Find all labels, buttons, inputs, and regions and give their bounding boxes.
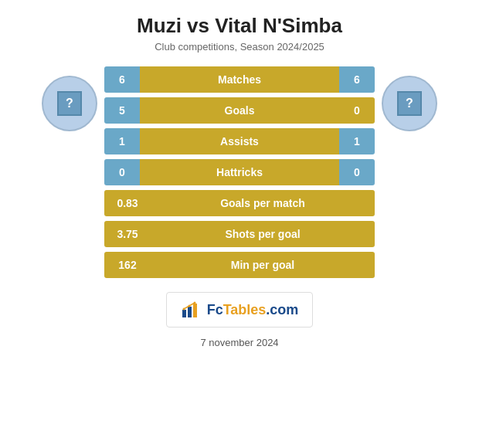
logo-text: FcTables.com xyxy=(207,302,299,318)
svg-point-5 xyxy=(193,302,195,304)
stat-left-matches: 6 xyxy=(104,66,140,93)
stat-row-goals: 5 Goals 0 xyxy=(104,97,375,124)
stat-right-matches: 6 xyxy=(339,66,375,93)
stat-label-assists: Assists xyxy=(140,128,339,154)
stat-val-min-per-goal: 162 xyxy=(104,252,151,278)
stats-column: 6 Matches 6 5 Goals 0 1 Assists 1 0 Hatt… xyxy=(104,66,375,278)
stat-left-goals: 5 xyxy=(104,97,140,124)
svg-point-3 xyxy=(182,308,185,311)
stat-right-assists: 1 xyxy=(339,128,375,154)
stat-row-goals-per-match: 0.83 Goals per match xyxy=(104,190,375,216)
svg-rect-0 xyxy=(182,310,186,317)
stat-label-min-per-goal: Min per goal xyxy=(151,252,375,278)
left-avatar-placeholder: ? xyxy=(57,91,82,116)
page-subtitle: Club competitions, Season 2024/2025 xyxy=(155,41,324,53)
page-container: Muzi vs Vital N'Simba Club competitions,… xyxy=(0,0,479,448)
stat-row-hattricks: 0 Hattricks 0 xyxy=(104,159,375,185)
right-avatar-placeholder: ? xyxy=(397,91,422,116)
logo-icon xyxy=(181,299,202,321)
stat-row-min-per-goal: 162 Min per goal xyxy=(104,252,375,278)
stat-val-goals-per-match: 0.83 xyxy=(104,190,151,216)
stat-right-goals: 0 xyxy=(339,97,375,124)
left-player-col: ? xyxy=(35,66,104,131)
stat-label-goals: Goals xyxy=(140,97,339,124)
stat-row-matches: 6 Matches 6 xyxy=(104,66,375,93)
stat-label-hattricks: Hattricks xyxy=(140,159,339,185)
stat-label-goals-per-match: Goals per match xyxy=(151,190,375,216)
stat-val-shots-per-goal: 3.75 xyxy=(104,221,151,247)
svg-rect-2 xyxy=(193,304,197,317)
stat-label-matches: Matches xyxy=(140,66,339,93)
right-player-col: ? xyxy=(375,66,444,131)
logo-area: FcTables.com xyxy=(166,292,314,328)
svg-point-4 xyxy=(188,305,190,307)
logo-box: FcTables.com xyxy=(166,292,314,328)
comparison-area: ? 6 Matches 6 5 Goals 0 1 Assists 1 xyxy=(8,66,471,278)
date-text: 7 november 2024 xyxy=(200,337,278,348)
svg-rect-1 xyxy=(188,307,192,317)
stat-label-shots-per-goal: Shots per goal xyxy=(151,221,375,247)
stat-row-shots-per-goal: 3.75 Shots per goal xyxy=(104,221,375,247)
left-avatar: ? xyxy=(42,76,97,131)
stat-left-hattricks: 0 xyxy=(104,159,140,185)
stat-left-assists: 1 xyxy=(104,128,140,154)
right-avatar: ? xyxy=(382,76,437,131)
page-title: Muzi vs Vital N'Simba xyxy=(137,14,342,38)
stat-right-hattricks: 0 xyxy=(339,159,375,185)
stat-row-assists: 1 Assists 1 xyxy=(104,128,375,154)
